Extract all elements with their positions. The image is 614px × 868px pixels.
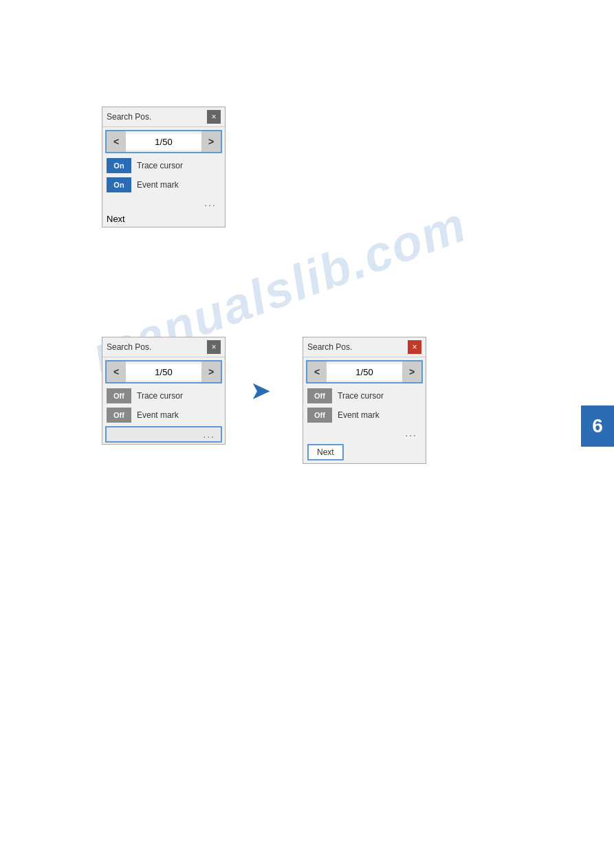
dialog-1-title-bar: Search Pos. × bbox=[102, 107, 225, 127]
dialog-3-trace-cursor-label: Trace cursor bbox=[338, 391, 384, 401]
dialog-1-next-label: Next bbox=[107, 214, 125, 224]
dialog-3-nav-row: < 1/50 > bbox=[306, 360, 423, 383]
dialog-2-title-bar: Search Pos. × bbox=[102, 337, 225, 357]
dialog-1-event-mark-toggle[interactable]: On bbox=[107, 177, 131, 192]
dialog-3-event-mark-row: Off Event mark bbox=[303, 405, 426, 425]
dialog-1-next-row: Next bbox=[102, 211, 225, 227]
dialog-2-title: Search Pos. bbox=[107, 342, 151, 352]
dialog-1-event-mark-label: Event mark bbox=[137, 180, 179, 190]
dialog-3-title-bar: Search Pos. × bbox=[303, 337, 426, 357]
dialog-1-title: Search Pos. bbox=[107, 112, 151, 122]
dialog-1-event-mark-row: On Event mark bbox=[102, 175, 225, 194]
dialog-1-trace-cursor-row: On Trace cursor bbox=[102, 156, 225, 175]
dialog-2-event-mark-row: Off Event mark bbox=[102, 405, 225, 425]
dialog-1-trace-cursor-toggle[interactable]: On bbox=[107, 158, 131, 173]
dialog-2-nav-value: 1/50 bbox=[126, 364, 201, 380]
dialog-2-prev-button[interactable]: < bbox=[107, 361, 126, 382]
dialog-3: Search Pos. × < 1/50 > Off Trace cursor … bbox=[303, 337, 426, 464]
dialog-2-event-mark-label: Event mark bbox=[137, 410, 179, 420]
dialog-2: Search Pos. × < 1/50 > Off Trace cursor … bbox=[102, 337, 226, 445]
dialog-3-event-mark-label: Event mark bbox=[338, 410, 380, 420]
dialog-3-next-row: Next bbox=[303, 441, 426, 463]
dialog-1-close-button[interactable]: × bbox=[207, 110, 221, 124]
dialog-3-event-mark-toggle[interactable]: Off bbox=[307, 408, 332, 423]
dialog-3-next-button-main[interactable]: Next bbox=[307, 444, 344, 460]
dialog-3-nav-value: 1/50 bbox=[327, 364, 402, 380]
dialog-2-trace-cursor-toggle[interactable]: Off bbox=[107, 388, 131, 403]
dialog-3-next-button[interactable]: > bbox=[402, 361, 421, 382]
dialog-2-nav-row: < 1/50 > bbox=[105, 360, 222, 383]
dialog-2-trace-cursor-label: Trace cursor bbox=[137, 391, 183, 401]
dialog-2-dots-highlighted: ... bbox=[105, 426, 222, 443]
dialog-1-dots: ... bbox=[105, 196, 222, 210]
dialog-1-next-button[interactable]: > bbox=[201, 131, 221, 152]
arrow-icon: ➤ bbox=[251, 378, 270, 404]
dialog-3-trace-cursor-toggle[interactable]: Off bbox=[307, 388, 332, 403]
dialog-3-close-button[interactable]: × bbox=[408, 340, 421, 354]
dialog-1-trace-cursor-label: Trace cursor bbox=[137, 161, 183, 170]
dialog-3-prev-button[interactable]: < bbox=[307, 361, 327, 382]
dialog-2-event-mark-toggle[interactable]: Off bbox=[107, 408, 131, 423]
dialog-1-prev-button[interactable]: < bbox=[107, 131, 126, 152]
dialog-3-dots: ... bbox=[306, 426, 423, 440]
dialog-3-trace-cursor-row: Off Trace cursor bbox=[303, 386, 426, 405]
dialog-1-nav-value: 1/50 bbox=[126, 134, 201, 150]
dialog-1-nav-row: < 1/50 > bbox=[105, 130, 222, 153]
dialog-2-close-button[interactable]: × bbox=[207, 340, 221, 354]
dialog-2-trace-cursor-row: Off Trace cursor bbox=[102, 386, 225, 405]
chapter-tab: 6 bbox=[581, 405, 614, 447]
dialog-1: Search Pos. × < 1/50 > On Trace cursor O… bbox=[102, 107, 226, 227]
dialog-3-title: Search Pos. bbox=[307, 342, 352, 352]
dialog-2-next-button[interactable]: > bbox=[201, 361, 221, 382]
